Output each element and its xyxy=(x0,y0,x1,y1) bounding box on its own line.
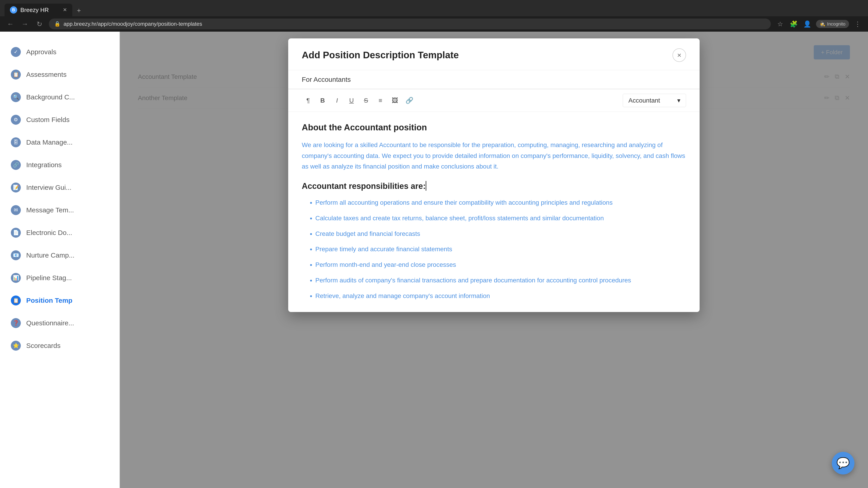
list-item-2: Calculate taxes and create tax returns, … xyxy=(315,213,686,223)
add-position-template-modal: Add Position Description Template × ¶ B … xyxy=(288,38,700,312)
sidebar-item-questionnaires[interactable]: ❓ Questionnaire... xyxy=(0,312,119,334)
sidebar-item-approvals[interactable]: ✓ Approvals xyxy=(0,41,119,63)
editor-heading-2: Accountant responsibilities are: xyxy=(302,181,686,191)
url-text: app.breezy.hr/app/c/moodjoy/company/posi… xyxy=(64,21,202,27)
incognito-label: Incognito xyxy=(827,22,845,27)
editor-toolbar: ¶ B I U S ≡ 🖼 🔗 Accountant ▾ xyxy=(288,89,700,112)
sidebar-label-assessments: Assessments xyxy=(26,71,66,78)
sidebar-label-interview-guide: Interview Gui... xyxy=(26,184,71,191)
active-tab[interactable]: B Breezy HR ✕ xyxy=(4,4,72,16)
modal-overlay: Add Position Description Template × ¶ B … xyxy=(120,32,868,488)
sidebar-label-scorecards: Scorecards xyxy=(26,342,61,350)
sidebar-label-electronic-docs: Electronic Do... xyxy=(26,229,72,236)
extensions-btn[interactable]: 🧩 xyxy=(789,19,799,29)
sidebar-item-pipeline-stages[interactable]: 📊 Pipeline Stag... xyxy=(0,267,119,289)
interview-guide-icon: 📝 xyxy=(11,183,21,193)
sidebar-item-message-templates[interactable]: ✉ Message Tem... xyxy=(0,199,119,221)
list-item-5: Perform month-end and year-end close pro… xyxy=(315,260,686,270)
custom-fields-icon: ⚙ xyxy=(11,115,21,125)
modal-title: Add Position Description Template xyxy=(302,50,459,61)
sidebar-item-integrations[interactable]: 🔗 Integrations xyxy=(0,154,119,176)
sidebar-label-custom-fields: Custom Fields xyxy=(26,116,70,124)
editor-paragraph-1: We are looking for a skilled Accountant … xyxy=(302,140,686,172)
dropdown-arrow-icon: ▾ xyxy=(677,97,680,104)
list-item-6: Perform audits of company's financial tr… xyxy=(315,275,686,286)
bold-btn[interactable]: B xyxy=(316,94,329,107)
category-label: Accountant xyxy=(628,97,660,104)
assessments-icon: 📋 xyxy=(11,70,21,79)
list-btn[interactable]: ≡ xyxy=(374,94,387,107)
editor-list: Perform all accounting operations and en… xyxy=(302,198,686,301)
questionnaires-icon: ❓ xyxy=(11,318,21,328)
browser-tabs: B Breezy HR ✕ + xyxy=(0,0,868,16)
sidebar-label-nurture-campaigns: Nurture Camp... xyxy=(26,252,74,259)
electronic-docs-icon: 📄 xyxy=(11,228,21,238)
italic-btn[interactable]: I xyxy=(331,94,343,107)
underline-btn[interactable]: U xyxy=(345,94,358,107)
editor-content[interactable]: About the Accountant position We are loo… xyxy=(288,112,700,312)
reload-btn[interactable]: ↻ xyxy=(34,19,44,29)
sidebar-item-data-management[interactable]: 🗄 Data Manage... xyxy=(0,131,119,154)
bookmark-btn[interactable]: ☆ xyxy=(775,19,785,29)
position-templates-icon: 📋 xyxy=(11,295,21,305)
paragraph-btn[interactable]: ¶ xyxy=(302,94,314,107)
sidebar-item-assessments[interactable]: 📋 Assessments xyxy=(0,63,119,86)
sidebar-label-pipeline-stages: Pipeline Stag... xyxy=(26,274,72,282)
lock-icon: 🔒 xyxy=(54,21,60,27)
link-btn[interactable]: 🔗 xyxy=(403,94,416,107)
category-dropdown[interactable]: Accountant ▾ xyxy=(623,94,686,107)
strikethrough-btn[interactable]: S xyxy=(360,94,372,107)
tab-favicon: B xyxy=(10,6,17,13)
main-area: ✓ Approvals 📋 Assessments 🔍 Background C… xyxy=(0,32,868,488)
scorecards-icon: ⭐ xyxy=(11,341,21,351)
list-item-1: Perform all accounting operations and en… xyxy=(315,198,686,208)
tab-title: Breezy HR xyxy=(20,6,49,13)
sidebar-label-message-templates: Message Tem... xyxy=(26,206,74,214)
template-name-input[interactable] xyxy=(288,70,700,89)
modal-header: Add Position Description Template × xyxy=(288,38,700,70)
pipeline-stages-icon: 📊 xyxy=(11,273,21,283)
background-check-icon: 🔍 xyxy=(11,92,21,102)
sidebar-label-integrations: Integrations xyxy=(26,161,62,169)
list-item-3: Create budget and financial forecasts xyxy=(315,229,686,239)
sidebar-label-questionnaires: Questionnaire... xyxy=(26,319,74,327)
sidebar-label-position-templates: Position Temp xyxy=(26,297,72,304)
sidebar-item-electronic-docs[interactable]: 📄 Electronic Do... xyxy=(0,221,119,244)
sidebar-item-background-check[interactable]: 🔍 Background C... xyxy=(0,86,119,108)
browser-nav: ← → ↻ 🔒 app.breezy.hr/app/c/moodjoy/comp… xyxy=(0,16,868,32)
menu-btn[interactable]: ⋮ xyxy=(852,19,863,29)
data-management-icon: 🗄 xyxy=(11,137,21,147)
list-item-4: Prepare timely and accurate financial st… xyxy=(315,244,686,254)
approvals-icon: ✓ xyxy=(11,47,21,57)
sidebar-label-background-check: Background C... xyxy=(26,93,75,101)
address-bar[interactable]: 🔒 app.breezy.hr/app/c/moodjoy/company/po… xyxy=(49,19,771,29)
sidebar: ✓ Approvals 📋 Assessments 🔍 Background C… xyxy=(0,32,120,488)
nav-icons-right: ☆ 🧩 👤 🕵 Incognito ⋮ xyxy=(775,19,863,29)
sidebar-item-nurture-campaigns[interactable]: 📧 Nurture Camp... xyxy=(0,244,119,267)
sidebar-label-approvals: Approvals xyxy=(26,48,56,56)
back-btn[interactable]: ← xyxy=(5,19,16,29)
sidebar-item-scorecards[interactable]: ⭐ Scorecards xyxy=(0,334,119,357)
sidebar-item-position-templates[interactable]: 📋 Position Temp xyxy=(0,289,119,312)
integrations-icon: 🔗 xyxy=(11,160,21,170)
sidebar-label-data-management: Data Manage... xyxy=(26,138,72,146)
sidebar-item-custom-fields[interactable]: ⚙ Custom Fields xyxy=(0,108,119,131)
image-btn[interactable]: 🖼 xyxy=(389,94,401,107)
text-cursor xyxy=(426,181,426,191)
modal-close-btn[interactable]: × xyxy=(673,48,686,62)
tab-close-btn[interactable]: ✕ xyxy=(63,7,67,13)
new-tab-btn[interactable]: + xyxy=(73,5,85,16)
forward-btn[interactable]: → xyxy=(20,19,30,29)
profile-btn[interactable]: 👤 xyxy=(802,19,812,29)
sidebar-item-interview-guide[interactable]: 📝 Interview Gui... xyxy=(0,176,119,199)
incognito-badge: 🕵 Incognito xyxy=(816,20,849,28)
list-item-7: Retrieve, analyze and manage company's a… xyxy=(315,291,686,301)
nurture-campaigns-icon: 📧 xyxy=(11,250,21,260)
editor-heading-1: About the Accountant position xyxy=(302,123,686,132)
message-templates-icon: ✉ xyxy=(11,205,21,215)
chat-btn[interactable]: 💬 xyxy=(832,452,855,475)
browser-chrome: B Breezy HR ✕ + ← → ↻ 🔒 app.breezy.hr/ap… xyxy=(0,0,868,32)
content-area: + Folder Accountant Template ✏ ⧉ ✕ Anoth… xyxy=(120,32,868,488)
incognito-icon: 🕵 xyxy=(819,21,825,27)
